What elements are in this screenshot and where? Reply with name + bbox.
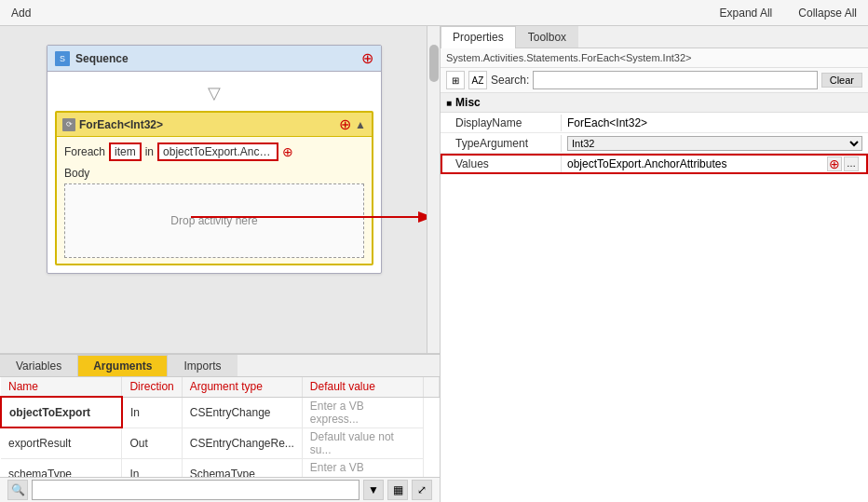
foreach-value-box[interactable]: objectToExport.Anchor (157, 142, 278, 161)
arg-default-0: Enter a VB express... (302, 397, 423, 427)
prop-value-text-0: ForEach<Int32> (567, 116, 862, 129)
misc-section-header: ■ Misc (441, 93, 868, 113)
props-panel: System.Activities.Statements.ForEach<Sys… (441, 48, 868, 502)
search-label: Search: (491, 74, 529, 87)
props-title: System.Activities.Statements.ForEach<Sys… (441, 48, 868, 68)
arg-type-1: CSEntryChangeRe... (182, 427, 302, 458)
tab-toolbox[interactable]: Toolbox (516, 26, 578, 47)
props-row-typeargument: TypeArgumentInt32 (441, 133, 868, 154)
toolbar: Add Expand All Collapse All (0, 0, 868, 26)
foreach-row: Foreach item in objectToExport.Anchor ⊕ (64, 142, 364, 161)
col-default: Default value (302, 377, 423, 397)
foreach-icon: ⟳ (62, 118, 75, 131)
bottom-toolbar: 🔍 ▼ ▦ ⤢ (0, 477, 440, 502)
props-row-values: ValuesobjectToExport.AnchorAttributes⊕… (441, 154, 868, 174)
tab-arguments[interactable]: Arguments (77, 355, 168, 376)
col-name: Name (1, 377, 122, 397)
arg-default-2: Enter a VB express... (302, 458, 423, 477)
foreach-label: Foreach (64, 145, 105, 158)
misc-section-label: Misc (455, 96, 481, 109)
workspace: S Sequence ⊕ ▽ ⟳ ForEach<Int32> (0, 26, 440, 502)
foreach-error-icon: ⊕ (339, 115, 351, 133)
prop-more-btn-2[interactable]: … (844, 156, 859, 171)
design-area: S Sequence ⊕ ▽ ⟳ ForEach<Int32> (0, 26, 440, 353)
main-area: S Sequence ⊕ ▽ ⟳ ForEach<Int32> (0, 26, 868, 502)
arg-direction-2: In (122, 458, 182, 477)
sequence-header: S Sequence ⊕ (47, 46, 381, 72)
foreach-in-label: in (145, 145, 154, 158)
arg-direction-1: Out (122, 427, 182, 458)
sequence-container: S Sequence ⊕ ▽ ⟳ ForEach<Int32> (47, 45, 382, 274)
arg-type-2: SchemaType (182, 458, 302, 477)
prop-error-btn-2[interactable]: ⊕ (827, 156, 842, 171)
expand-tool-button[interactable]: ⤢ (412, 480, 432, 500)
canvas-scrollbar[interactable] (427, 26, 440, 353)
grid-tool-button[interactable]: ▦ (387, 480, 408, 500)
prop-value-2: objectToExport.AnchorAttributes⊕… (562, 155, 868, 173)
arg-type-0: CSEntryChange (182, 397, 302, 427)
foreach-header: ⟳ ForEach<Int32> ⊕ ▲ (57, 113, 372, 137)
clear-button[interactable]: Clear (821, 73, 862, 88)
foreach-collapse-icon[interactable]: ▲ (355, 118, 366, 131)
tab-imports[interactable]: Imports (168, 355, 237, 376)
prop-name-1: TypeArgument (441, 135, 562, 152)
sequence-icon: S (55, 51, 70, 66)
sequence-error-icon: ⊕ (361, 49, 373, 67)
table-row: schemaTypeInSchemaTypeEnter a VB express… (1, 458, 440, 477)
foreach-title: ForEach<Int32> (79, 118, 335, 131)
arg-direction-0: In (122, 397, 182, 427)
prop-value-text-2: objectToExport.AnchorAttributes (567, 157, 827, 170)
foreach-body-label: Body (64, 167, 364, 180)
prop-actions-2: ⊕… (827, 156, 862, 171)
arg-default-1: Default value not su... (302, 427, 423, 458)
tab-properties[interactable]: Properties (441, 26, 516, 48)
props-sort-icon[interactable]: ⊞ (446, 71, 465, 89)
bottom-panel: Variables Arguments Imports Name Directi… (0, 353, 440, 502)
foreach-body: Foreach item in objectToExport.Anchor ⊕ … (57, 137, 372, 264)
foreach-container[interactable]: ⟳ ForEach<Int32> ⊕ ▲ Foreach item (55, 111, 373, 265)
bottom-search-input[interactable] (32, 480, 359, 500)
expand-all-button[interactable]: Expand All (716, 5, 777, 21)
search-tool-button[interactable]: 🔍 (7, 480, 28, 500)
sequence-title: Sequence (75, 52, 356, 65)
args-header-row: Name Direction Argument type Default val… (1, 377, 440, 397)
prop-select-1[interactable]: Int32 (567, 136, 862, 151)
bottom-content: Name Direction Argument type Default val… (0, 377, 440, 477)
prop-name-2: Values (441, 156, 562, 172)
sequence-body: ▽ ⟳ ForEach<Int32> ⊕ ▲ (47, 72, 381, 273)
collapse-all-button[interactable]: Collapse All (794, 5, 861, 21)
arrow-down-indicator: ▽ (55, 79, 373, 107)
layout-tool-button[interactable]: ▼ (363, 480, 384, 500)
foreach-drop-area[interactable]: Drop activity here (64, 183, 364, 258)
props-toolbar: ⊞ AZ Search: Clear (441, 68, 868, 93)
canvas-inner: S Sequence ⊕ ▽ ⟳ ForEach<Int32> (0, 26, 427, 353)
prop-value-1[interactable]: Int32 (562, 134, 868, 153)
drop-label: Drop activity here (170, 214, 257, 227)
add-button[interactable]: Add (7, 5, 34, 21)
col-scroll (424, 377, 440, 397)
args-tbody: objectToExportInCSEntryChangeEnter a VB … (1, 397, 440, 477)
bottom-tabs: Variables Arguments Imports (0, 355, 440, 377)
arg-name-0: objectToExport (1, 397, 122, 427)
props-search-input[interactable] (533, 71, 817, 89)
arg-name-1: exportResult (1, 427, 122, 458)
col-direction: Direction (122, 377, 182, 397)
canvas-scroll[interactable]: S Sequence ⊕ ▽ ⟳ ForEach<Int32> (0, 26, 427, 353)
props-rows: DisplayNameForEach<Int32>TypeArgumentInt… (441, 113, 868, 174)
arg-name-2: schemaType (1, 458, 122, 477)
prop-name-0: DisplayName (441, 115, 562, 131)
arguments-table: Name Direction Argument type Default val… (0, 377, 440, 477)
tab-variables[interactable]: Variables (0, 355, 77, 376)
misc-collapse-icon[interactable]: ■ (446, 98, 452, 108)
table-row: exportResultOutCSEntryChangeRe...Default… (1, 427, 440, 458)
props-row-displayname: DisplayNameForEach<Int32> (441, 113, 868, 133)
tab-strip: Properties Toolbox (441, 26, 868, 48)
table-row: objectToExportInCSEntryChangeEnter a VB … (1, 397, 440, 427)
right-panel: Properties Toolbox System.Activities.Sta… (440, 26, 868, 502)
props-alpha-icon[interactable]: AZ (468, 71, 487, 89)
prop-value-0: ForEach<Int32> (562, 115, 868, 131)
col-type: Argument type (182, 377, 302, 397)
foreach-value-error: ⊕ (282, 144, 293, 159)
foreach-item-box[interactable]: item (109, 142, 142, 161)
